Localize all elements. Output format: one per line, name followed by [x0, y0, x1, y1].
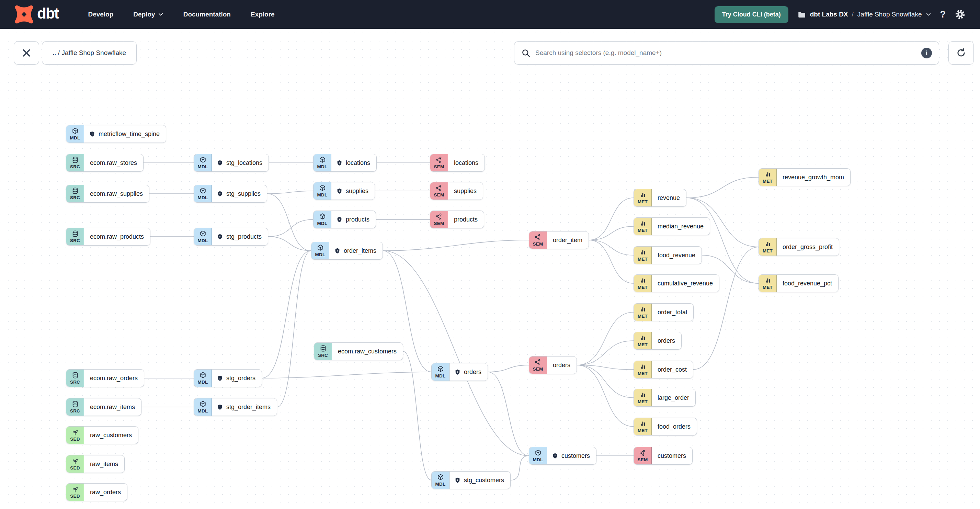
node-cumulative_revenue[interactable]: MET cumulative_revenue: [633, 274, 719, 292]
node-food_revenue_pct[interactable]: MET food_revenue_pct: [759, 274, 838, 292]
node-label: revenue_growth_mom: [783, 174, 844, 181]
node-type-badge: SRC: [314, 343, 332, 360]
node-src_raw_customers[interactable]: SRC ecom.raw_customers: [314, 342, 403, 360]
nav-item-deploy[interactable]: Deploy: [133, 11, 163, 18]
node-src_raw_supplies[interactable]: SRC ecom.raw_supplies: [66, 185, 150, 203]
node-stg_customers[interactable]: MDL stg_customers: [431, 471, 511, 489]
node-order_gross_profit[interactable]: MET order_gross_profit: [759, 238, 839, 256]
node-stg_order_items[interactable]: MDL stg_order_items: [194, 398, 277, 416]
search-input[interactable]: [535, 49, 916, 57]
node-stg_orders[interactable]: MDL stg_orders: [194, 369, 262, 387]
sprout-icon: [72, 429, 79, 436]
refresh-icon: [956, 48, 966, 58]
settings-gear-icon[interactable]: [955, 9, 966, 20]
node-label: orders: [553, 362, 570, 369]
node-label: ecom.raw_products: [90, 233, 144, 240]
node-metricflow_time_spine[interactable]: MDL metricflow_time_spine: [66, 125, 166, 143]
info-icon[interactable]: i: [921, 48, 932, 58]
node-type-badge: MDL: [312, 242, 329, 259]
node-type-badge: MET: [634, 275, 652, 292]
shield-icon: [217, 404, 223, 410]
nav-item-documentation[interactable]: Documentation: [183, 11, 231, 18]
node-locations_model[interactable]: MDL locations: [313, 154, 377, 172]
node-body: supplies: [331, 182, 375, 200]
node-body: metricflow_time_spine: [84, 126, 166, 143]
node-body: stg_products: [212, 228, 268, 245]
node-seed_raw_items[interactable]: SED raw_items: [66, 455, 125, 473]
node-order_items_model[interactable]: MDL order_items: [311, 242, 383, 260]
node-type-badge: MET: [759, 169, 777, 186]
node-large_order[interactable]: MET large_order: [633, 389, 696, 407]
node-revenue[interactable]: MET revenue: [633, 189, 686, 207]
node-type-label: MDL: [317, 192, 328, 197]
database-icon: [72, 156, 79, 164]
node-food_revenue[interactable]: MET food_revenue: [633, 246, 702, 264]
node-stg_locations[interactable]: MDL stg_locations: [194, 154, 269, 172]
node-src_raw_products[interactable]: SRC ecom.raw_products: [66, 228, 150, 246]
node-type-label: SEM: [533, 367, 543, 372]
node-body: stg_locations: [212, 154, 269, 172]
cube-icon: [317, 244, 324, 252]
shield-icon: [217, 375, 223, 382]
node-food_orders[interactable]: MET food_orders: [633, 418, 697, 436]
node-order_total[interactable]: MET order_total: [633, 303, 694, 321]
cube-icon: [199, 187, 207, 195]
node-type-label: MDL: [198, 409, 208, 414]
node-revenue_growth_mom[interactable]: MET revenue_growth_mom: [759, 168, 851, 186]
node-customers_model[interactable]: MDL customers: [529, 447, 597, 465]
database-icon: [319, 345, 327, 352]
try-cloud-cli-button[interactable]: Try Cloud CLI (beta): [714, 6, 788, 23]
node-customers_sem[interactable]: SEM customers: [633, 447, 693, 465]
node-seed_raw_orders[interactable]: SED raw_orders: [66, 483, 127, 501]
node-label: food_orders: [657, 423, 690, 430]
node-src_raw_orders[interactable]: SRC ecom.raw_orders: [66, 369, 144, 387]
node-type-badge: SRC: [66, 185, 84, 202]
node-src_raw_items[interactable]: SRC ecom.raw_items: [66, 398, 142, 416]
node-supplies_model[interactable]: MDL supplies: [313, 182, 375, 200]
node-type-label: MET: [638, 371, 648, 376]
cube-icon: [534, 449, 542, 457]
node-body: orders: [652, 332, 681, 349]
node-type-label: SRC: [70, 380, 80, 385]
node-body: stg_orders: [212, 369, 262, 387]
lineage-canvas[interactable]: MDL metricflow_time_spine SRC ecom.raw_s…: [0, 0, 980, 509]
bar-chart-icon: [639, 391, 647, 399]
node-body: orders: [449, 363, 488, 380]
node-products_sem[interactable]: SEM products: [430, 210, 484, 228]
help-icon[interactable]: ?: [940, 9, 946, 20]
node-type-label: MDL: [533, 458, 543, 462]
breadcrumb[interactable]: .. / Jaffle Shop Snowflake: [42, 41, 137, 65]
node-type-badge: SED: [66, 484, 84, 501]
refresh-button[interactable]: [948, 41, 974, 65]
nav-item-explore[interactable]: Explore: [251, 11, 275, 18]
node-order_cost[interactable]: MET order_cost: [633, 361, 693, 379]
node-body: order_cost: [652, 361, 693, 378]
project-switcher[interactable]: dbt Labs DX / Jaffle Shop Snowflake: [797, 10, 931, 19]
node-type-label: MDL: [317, 221, 328, 226]
node-body: products: [331, 211, 375, 228]
node-src_raw_stores[interactable]: SRC ecom.raw_stores: [66, 154, 143, 172]
close-lineage-button[interactable]: [14, 41, 39, 65]
node-orders_sem[interactable]: SEM orders: [529, 356, 577, 374]
node-type-label: MDL: [198, 380, 208, 385]
node-products_model[interactable]: MDL products: [313, 210, 376, 228]
node-median_revenue[interactable]: MET median_revenue: [633, 217, 710, 235]
node-type-badge: MET: [759, 239, 777, 256]
node-stg_products[interactable]: MDL stg_products: [194, 228, 268, 246]
bar-chart-icon: [639, 420, 647, 428]
nav-item-develop[interactable]: Develop: [88, 11, 113, 18]
brand-text: dbt: [37, 6, 58, 23]
node-supplies_sem[interactable]: SEM supplies: [430, 182, 483, 200]
node-stg_supplies[interactable]: MDL stg_supplies: [194, 185, 267, 203]
node-body: revenue: [652, 189, 686, 207]
node-orders_metric[interactable]: MET orders: [633, 332, 682, 350]
node-type-badge: SEM: [529, 356, 547, 374]
node-orders_model[interactable]: MDL orders: [431, 363, 488, 381]
node-order_item_sem[interactable]: SEM order_item: [529, 231, 589, 249]
node-type-label: SRC: [70, 164, 80, 169]
node-type-label: SED: [70, 466, 80, 471]
node-seed_raw_customers[interactable]: SED raw_customers: [66, 426, 138, 444]
node-locations_sem[interactable]: SEM locations: [430, 154, 485, 172]
dbt-logo[interactable]: dbt: [14, 5, 58, 24]
shield-icon: [454, 477, 461, 484]
